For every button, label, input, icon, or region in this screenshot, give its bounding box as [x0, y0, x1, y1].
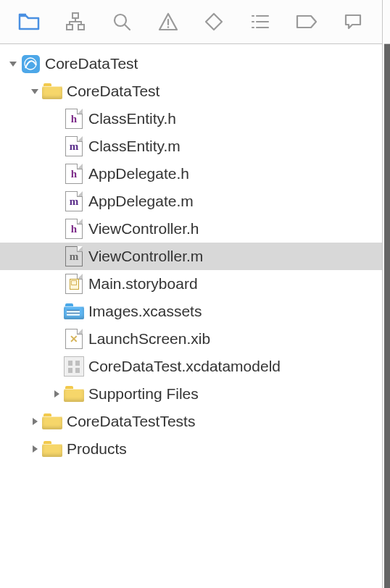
tree-item-label: ClassEntity.m: [88, 138, 181, 155]
folder-icon: [42, 411, 62, 432]
warning-icon: [158, 12, 178, 31]
tree-item-label: Supporting Files: [88, 385, 199, 403]
disclosure-triangle-open[interactable]: [6, 56, 20, 71]
list-icon: [251, 14, 270, 30]
tree-item-label: CoreDataTest: [45, 55, 138, 72]
report-navigator-tab[interactable]: [341, 10, 365, 33]
xcassets-folder-icon: [64, 301, 84, 322]
disclosure-triangle-closed[interactable]: [49, 387, 64, 401]
tree-item-label: CoreDataTest: [67, 83, 159, 100]
navigator-toolbar: [0, 0, 382, 44]
folder-icon: [64, 384, 84, 404]
diamond-icon: [204, 12, 223, 31]
svg-rect-2: [78, 25, 84, 30]
tag-icon: [296, 14, 318, 29]
tree-item-label: ViewController.m: [88, 248, 203, 265]
xib-file-icon: ✕: [64, 329, 84, 349]
debug-navigator-tab[interactable]: [249, 10, 272, 33]
tree-item-file[interactable]: Images.xcassets: [0, 298, 382, 325]
find-navigator-tab[interactable]: [110, 10, 133, 33]
editor-area-edge: [383, 0, 390, 588]
datamodel-file-icon: [64, 356, 84, 377]
storyboard-file-icon: [64, 274, 84, 294]
tree-item-group[interactable]: CoreDataTestTests: [0, 408, 382, 435]
header-file-icon: h: [64, 164, 84, 184]
impl-file-icon: m: [64, 136, 84, 156]
svg-line-4: [125, 25, 130, 30]
tree-item-file[interactable]: h ClassEntity.h: [0, 105, 382, 133]
tree-item-group[interactable]: CoreDataTest: [0, 77, 382, 105]
issue-navigator-tab[interactable]: [157, 10, 180, 33]
search-icon: [112, 12, 131, 31]
impl-file-icon: m: [64, 246, 84, 266]
tree-item-file-selected[interactable]: m ViewController.m: [0, 243, 382, 270]
tree-item-group[interactable]: Supporting Files: [0, 380, 382, 408]
tree-item-file[interactable]: h ViewController.h: [0, 215, 382, 243]
folder-icon: [42, 81, 62, 101]
hierarchy-icon: [65, 12, 86, 31]
comment-icon: [344, 13, 362, 30]
project-tree[interactable]: CoreDataTest CoreDataTest h ClassEntity.…: [0, 44, 382, 588]
editor-toolbar-edge: [384, 0, 390, 44]
tree-item-label: Images.xcassets: [88, 303, 202, 320]
tree-item-label: LaunchScreen.xib: [88, 330, 210, 348]
disclosure-triangle-open[interactable]: [28, 84, 42, 98]
tree-item-file[interactable]: h AppDelegate.h: [0, 160, 382, 188]
disclosure-triangle-closed[interactable]: [28, 442, 42, 456]
breakpoint-navigator-tab[interactable]: [295, 10, 318, 33]
tree-item-label: AppDelegate.h: [88, 165, 189, 182]
app-icon: [20, 54, 41, 74]
symbol-navigator-tab[interactable]: [64, 10, 87, 33]
tree-item-group[interactable]: Products: [0, 435, 382, 463]
svg-point-6: [167, 26, 169, 28]
project-navigator-tab[interactable]: [17, 10, 41, 33]
tree-item-label: Products: [67, 440, 127, 458]
header-file-icon: h: [64, 109, 84, 129]
tree-item-label: CoreDataTest.xcdatamodeld: [88, 358, 281, 375]
folder-icon: [42, 439, 62, 459]
test-navigator-tab[interactable]: [202, 10, 225, 33]
tree-item-file[interactable]: CoreDataTest.xcdatamodeld: [0, 353, 382, 380]
tree-item-file[interactable]: ✕ LaunchScreen.xib: [0, 325, 382, 353]
header-file-icon: h: [64, 219, 84, 239]
tree-item-project-root[interactable]: CoreDataTest: [0, 50, 382, 77]
tree-item-label: AppDelegate.m: [88, 193, 194, 210]
svg-rect-0: [72, 13, 78, 18]
tree-item-file[interactable]: m AppDelegate.m: [0, 188, 382, 215]
tree-item-label: Main.storyboard: [88, 275, 198, 293]
folder-icon: [18, 12, 40, 31]
tree-item-file[interactable]: m ClassEntity.m: [0, 133, 382, 160]
tree-item-file[interactable]: Main.storyboard: [0, 270, 382, 298]
navigator-panel: CoreDataTest CoreDataTest h ClassEntity.…: [0, 0, 383, 588]
tree-item-label: ClassEntity.h: [88, 110, 176, 127]
impl-file-icon: m: [64, 191, 84, 211]
disclosure-triangle-closed[interactable]: [28, 414, 42, 429]
tree-item-label: ViewController.h: [88, 220, 199, 238]
svg-rect-1: [67, 25, 72, 30]
tree-item-label: CoreDataTestTests: [67, 413, 195, 430]
